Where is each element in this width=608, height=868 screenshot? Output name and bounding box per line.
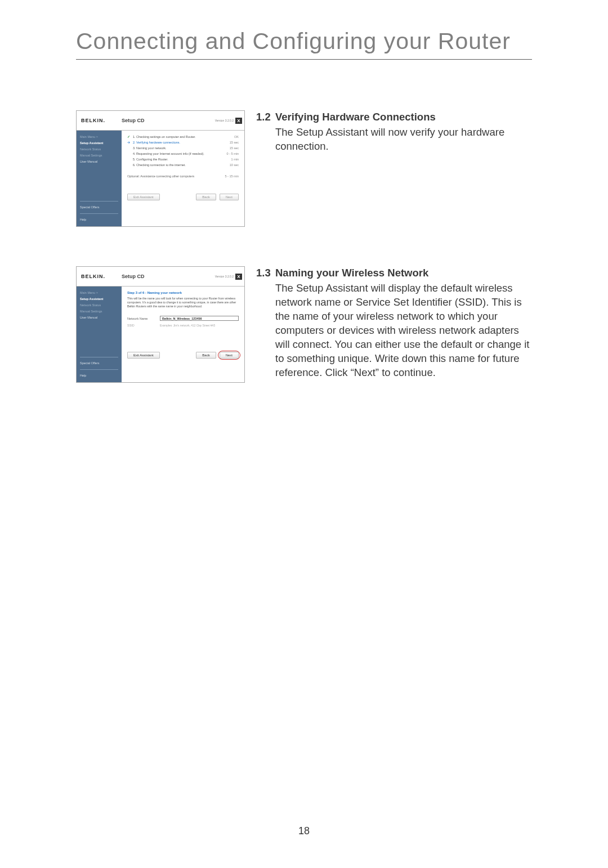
content-area: ✓1. Checking settings on computer and Ro…: [122, 131, 244, 226]
step-label: 6. Checking connection to the internet.: [133, 163, 221, 167]
close-icon[interactable]: X: [235, 118, 242, 124]
sidebar-item-user-manual[interactable]: User Manual: [80, 315, 118, 321]
step-duration: 15 sec: [221, 141, 239, 144]
step-duration: 10 sec: [221, 163, 239, 167]
arrow-right-icon: [127, 163, 133, 167]
sidebar-item-main-menu[interactable]: Main Menu >: [80, 290, 118, 296]
exit-assistant-button[interactable]: Exit Assistant: [127, 352, 160, 359]
step-duration: 1 min: [221, 158, 239, 161]
page-title: Connecting and Configuring your Router: [76, 28, 532, 60]
step-header: Step 3 of 6 : Naming your network: [127, 291, 239, 294]
sidebar-item-network-status[interactable]: Network Status: [80, 302, 118, 308]
window-title: Setup CD: [122, 118, 215, 123]
page-number: 18: [0, 825, 608, 837]
sidebar-item-manual-settings[interactable]: Manual Settings: [80, 308, 118, 315]
sidebar-item-manual-settings[interactable]: Manual Settings: [80, 153, 118, 159]
sidebar-item-user-manual[interactable]: User Manual: [80, 159, 118, 165]
step-duration: 15 sec: [221, 146, 239, 150]
window-verify-hardware: BELKIN. Setup CD Version 3.2.0.2 X Main …: [76, 110, 245, 227]
figure-1-3: BELKIN. Setup CD Version 3.2.0.2 X Main …: [76, 266, 245, 383]
sidebar-item-main-menu[interactable]: Main Menu >: [80, 134, 118, 140]
optional-duration: 5 - 15 min: [225, 175, 239, 178]
setup-step: ➔2. Verifying hardware connections.15 se…: [127, 141, 239, 144]
sidebar-item-help[interactable]: Help: [80, 373, 118, 379]
arrow-right-icon: [127, 146, 133, 150]
version-label: Version 3.2.0.2: [215, 275, 234, 278]
arrow-right-icon: [127, 158, 133, 161]
sidebar-item-special-offers[interactable]: Special Offers: [80, 360, 118, 366]
sidebar-item-setup-assistant[interactable]: Setup Assistant: [80, 140, 118, 146]
section-1-2: BELKIN. Setup CD Version 3.2.0.2 X Main …: [76, 110, 532, 227]
content-area: Step 3 of 6 : Naming your network This w…: [122, 287, 244, 382]
version-label: Version 3.2.0.2: [215, 119, 234, 122]
section-number: 1.2: [256, 110, 275, 124]
step-duration: 0 - 5 min: [221, 152, 239, 155]
belkin-logo: BELKIN.: [77, 274, 122, 279]
check-icon: ✓: [127, 135, 133, 138]
setup-step: ✓1. Checking settings on computer and Ro…: [127, 135, 239, 138]
optional-step: Optional: Assistance connecting other co…: [127, 175, 239, 178]
ssid-hint: Examples: Jim's network, 412 Clay Street…: [160, 324, 215, 327]
exit-assistant-button[interactable]: Exit Assistant: [127, 194, 160, 200]
back-button[interactable]: Back: [196, 352, 216, 359]
ssid-label: SSID: [127, 324, 155, 327]
step-label: 1. Checking settings on computer and Rou…: [133, 135, 221, 138]
sidebar: Main Menu > Setup Assistant Network Stat…: [77, 287, 122, 382]
setup-step: 4. Requesting your Internet account info…: [127, 152, 239, 155]
sidebar-item-help[interactable]: Help: [80, 217, 118, 223]
arrow-right-icon: [127, 152, 133, 155]
network-name-label: Network Name: [127, 317, 155, 320]
back-button[interactable]: Back: [196, 194, 216, 200]
setup-step: 6. Checking connection to the internet.1…: [127, 163, 239, 167]
window-title: Setup CD: [122, 274, 215, 279]
sidebar: Main Menu > Setup Assistant Network Stat…: [77, 131, 122, 226]
section-number: 1.3: [256, 266, 275, 280]
section-title: Naming your Wireless Network: [275, 267, 428, 279]
step-description: This will be the name you will look for …: [127, 297, 239, 308]
sidebar-item-special-offers[interactable]: Special Offers: [80, 204, 118, 211]
next-button[interactable]: Next: [220, 352, 239, 359]
step-label: 5. Configuring the Router.: [133, 158, 221, 161]
close-icon[interactable]: X: [235, 274, 242, 280]
next-button[interactable]: Next: [220, 194, 239, 200]
section-body: The Setup Assistant will now verify your…: [256, 126, 532, 154]
sidebar-item-setup-assistant[interactable]: Setup Assistant: [80, 296, 118, 302]
step-label: 4. Requesting your Internet account info…: [133, 152, 221, 155]
step-label: 2. Verifying hardware connections.: [133, 141, 221, 144]
figure-1-2: BELKIN. Setup CD Version 3.2.0.2 X Main …: [76, 110, 245, 227]
setup-step: 3. Naming your network.15 sec: [127, 146, 239, 150]
step-duration: OK: [221, 135, 239, 138]
step-label: 3. Naming your network.: [133, 146, 221, 150]
setup-step: 5. Configuring the Router.1 min: [127, 158, 239, 161]
optional-label: Optional: Assistance connecting other co…: [127, 175, 194, 178]
belkin-logo: BELKIN.: [77, 118, 122, 123]
section-body: The Setup Assistant will display the def…: [256, 281, 532, 380]
window-naming-network: BELKIN. Setup CD Version 3.2.0.2 X Main …: [76, 266, 245, 383]
section-title: Verifying Hardware Connections: [275, 111, 436, 123]
section-1-3: BELKIN. Setup CD Version 3.2.0.2 X Main …: [76, 266, 532, 383]
arrow-right-icon: ➔: [127, 141, 133, 144]
network-name-input[interactable]: Belkin_N_Wireless_123456: [160, 316, 239, 321]
sidebar-item-network-status[interactable]: Network Status: [80, 146, 118, 153]
